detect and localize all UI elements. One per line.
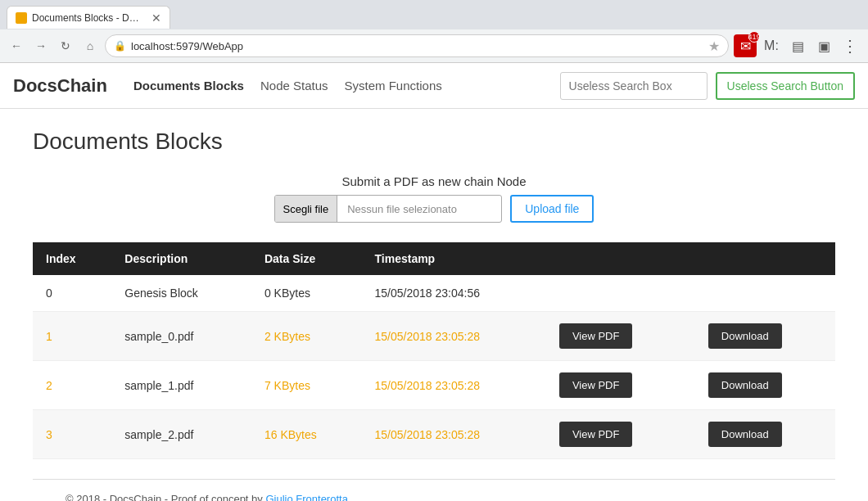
footer: © 2018 - DocsChain - Proof of concept by… — [33, 479, 835, 501]
back-button[interactable]: ← — [7, 36, 26, 56]
cell-timestamp: 15/05/2018 23:05:28 — [362, 312, 546, 361]
cell-timestamp: 15/05/2018 23:05:28 — [362, 410, 546, 459]
upload-controls: Scegli file Nessun file selezionato Uplo… — [274, 195, 594, 223]
footer-text: © 2018 - DocsChain - Proof of concept by — [66, 493, 265, 501]
bookmark-icon[interactable]: ★ — [708, 38, 720, 54]
view-pdf-button[interactable]: View PDF — [559, 372, 633, 398]
refresh-button[interactable]: ↻ — [56, 36, 75, 56]
mail-badge: 419 — [748, 31, 760, 43]
cell-data-size: 16 KBytes — [251, 410, 362, 459]
cell-view-pdf — [546, 275, 695, 312]
extensions-button[interactable]: M: — [760, 34, 783, 57]
cell-description: Genesis Block — [111, 275, 251, 312]
cell-timestamp: 15/05/2018 23:05:28 — [362, 361, 546, 410]
upload-section: Submit a PDF as new chain Node Scegli fi… — [33, 174, 835, 223]
lock-icon: 🔒 — [114, 40, 126, 52]
col-header-actions2 — [695, 242, 835, 275]
browser-chrome: Documents Blocks - Doc... ✕ ← → ↻ ⌂ 🔒 lo… — [0, 0, 868, 63]
col-header-actions — [546, 242, 695, 275]
cell-download: Download — [695, 361, 835, 410]
cell-data-size: 0 KBytes — [251, 275, 362, 312]
cell-view-pdf: View PDF — [546, 312, 695, 361]
table-row: 1 sample_0.pdf 2 KBytes 15/05/2018 23:05… — [33, 312, 835, 361]
download-button[interactable]: Download — [708, 323, 782, 349]
table-row: 2 sample_1.pdf 7 KBytes 15/05/2018 23:05… — [33, 361, 835, 410]
footer-link[interactable]: Giulio Fronterotta — [265, 493, 347, 501]
cell-description: sample_0.pdf — [111, 312, 251, 361]
tab-close-icon[interactable]: ✕ — [151, 11, 161, 25]
table-row: 0 Genesis Block 0 KBytes 15/05/2018 23:0… — [33, 275, 835, 312]
view-pdf-button[interactable]: View PDF — [559, 422, 633, 447]
cell-index: 2 — [33, 361, 111, 410]
documents-table: Index Description Data Size Timestamp 0 … — [33, 242, 835, 459]
navbar-right: Useless Search Button — [560, 72, 855, 100]
browser-action-buttons: ✉ 419 M: ▤ ▣ ⋮ — [734, 34, 861, 57]
cell-timestamp: 15/05/2018 23:04:56 — [362, 275, 546, 312]
nav-links: Documents Blocks Node Status System Func… — [133, 75, 540, 96]
apps-button[interactable]: ▣ — [812, 34, 835, 57]
cell-index: 0 — [33, 275, 111, 312]
table-header: Index Description Data Size Timestamp — [33, 242, 835, 275]
cell-description: sample_1.pdf — [111, 361, 251, 410]
useless-search-button[interactable]: Useless Search Button — [716, 72, 855, 100]
file-input-wrapper: Scegli file Nessun file selezionato — [274, 195, 503, 223]
forward-button[interactable]: → — [31, 36, 51, 56]
browser-tab[interactable]: Documents Blocks - Doc... ✕ — [7, 6, 170, 29]
main-content: Documents Blocks Submit a PDF as new cha… — [0, 109, 868, 501]
tab-title: Documents Blocks - Doc... — [32, 12, 143, 24]
cell-index: 3 — [33, 410, 111, 459]
table-body: 0 Genesis Block 0 KBytes 15/05/2018 23:0… — [33, 275, 835, 459]
mail-button[interactable]: ✉ 419 — [734, 34, 757, 57]
tab-bar: Documents Blocks - Doc... ✕ — [0, 0, 868, 29]
useless-search-input[interactable] — [560, 72, 708, 100]
cell-data-size: 7 KBytes — [251, 361, 362, 410]
col-header-index: Index — [33, 242, 111, 275]
nav-link-documents-blocks[interactable]: Documents Blocks — [133, 75, 244, 96]
view-pdf-button[interactable]: View PDF — [559, 323, 633, 349]
download-button[interactable]: Download — [708, 372, 782, 398]
col-header-description: Description — [111, 242, 251, 275]
file-name-display: Nessun file selezionato — [337, 200, 501, 219]
upload-file-button[interactable]: Upload file — [510, 195, 594, 223]
address-bar[interactable]: 🔒 localhost:5979/WebApp ★ — [105, 34, 729, 57]
cell-download — [695, 275, 835, 312]
url-display: localhost:5979/WebApp — [131, 40, 703, 52]
home-button[interactable]: ⌂ — [80, 36, 100, 56]
nav-link-node-status[interactable]: Node Status — [260, 75, 328, 96]
cell-description: sample_2.pdf — [111, 410, 251, 459]
app-navbar: DocsChain Documents Blocks Node Status S… — [0, 63, 868, 109]
app-brand: DocsChain — [13, 75, 107, 97]
browser-toolbar: ← → ↻ ⌂ 🔒 localhost:5979/WebApp ★ ✉ 419 … — [0, 29, 868, 62]
cell-view-pdf: View PDF — [546, 361, 695, 410]
menu-button[interactable]: ⋮ — [839, 34, 861, 57]
page-title: Documents Blocks — [33, 129, 835, 155]
tab-favicon — [16, 12, 27, 24]
nav-link-system-functions[interactable]: System Functions — [345, 75, 442, 96]
upload-label: Submit a PDF as new chain Node — [341, 174, 526, 188]
file-choose-button[interactable]: Scegli file — [275, 196, 338, 222]
table-header-row: Index Description Data Size Timestamp — [33, 242, 835, 275]
cell-data-size: 2 KBytes — [251, 312, 362, 361]
cell-view-pdf: View PDF — [546, 410, 695, 459]
cell-download: Download — [695, 312, 835, 361]
col-header-timestamp: Timestamp — [362, 242, 546, 275]
col-header-data-size: Data Size — [251, 242, 362, 275]
download-button[interactable]: Download — [708, 422, 782, 447]
cell-download: Download — [695, 410, 835, 459]
cell-index: 1 — [33, 312, 111, 361]
cast-button[interactable]: ▤ — [786, 34, 809, 57]
table-row: 3 sample_2.pdf 16 KBytes 15/05/2018 23:0… — [33, 410, 835, 459]
